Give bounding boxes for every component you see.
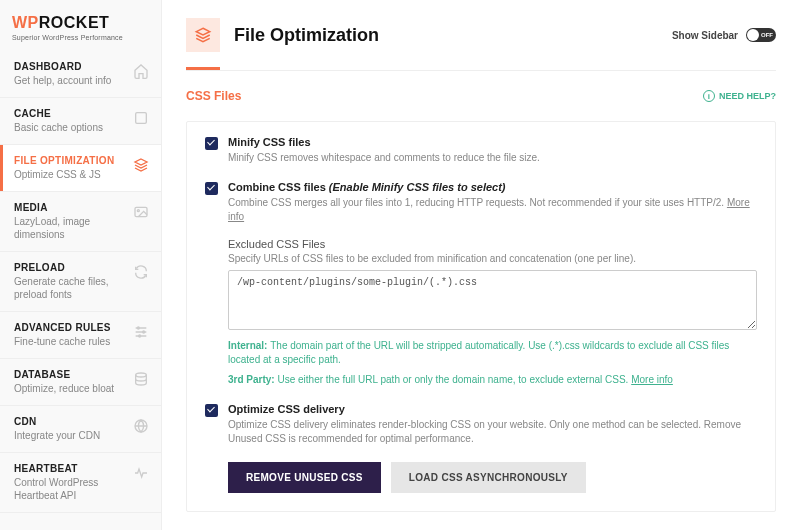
layers-icon xyxy=(133,110,149,126)
minify-title: Minify CSS files xyxy=(228,136,757,148)
svg-point-4 xyxy=(143,331,145,333)
nav-sub: Integrate your CDN xyxy=(14,429,127,442)
optimize-desc: Optimize CSS delivery eliminates render-… xyxy=(228,418,757,446)
page-title: File Optimization xyxy=(234,25,379,46)
combine-checkbox[interactable] xyxy=(205,182,218,195)
svg-point-6 xyxy=(136,373,147,377)
heartbeat-icon xyxy=(133,465,149,481)
optimize-title: Optimize CSS delivery xyxy=(228,403,757,415)
nav-title: CDN xyxy=(14,416,127,427)
svg-point-3 xyxy=(137,327,139,329)
globe-icon xyxy=(133,418,149,434)
toggle-off-label: OFF xyxy=(761,32,773,38)
need-help-link[interactable]: i NEED HELP? xyxy=(703,90,776,102)
excluded-block: Excluded CSS Files Specify URLs of CSS f… xyxy=(228,238,757,387)
minify-desc: Minify CSS removes whitespace and commen… xyxy=(228,151,757,165)
stack-icon xyxy=(133,157,149,173)
database-icon xyxy=(133,371,149,387)
section-title: CSS Files xyxy=(186,89,241,103)
nav-sub: Fine-tune cache rules xyxy=(14,335,127,348)
home-icon xyxy=(133,63,149,79)
combine-desc: Combine CSS merges all your files into 1… xyxy=(228,196,757,224)
options-panel: Minify CSS files Minify CSS removes whit… xyxy=(186,121,776,512)
svg-point-2 xyxy=(137,210,139,212)
svg-point-5 xyxy=(139,335,141,337)
combine-css-option: Combine CSS files (Enable Minify CSS fil… xyxy=(205,181,757,387)
third-more-info[interactable]: More info xyxy=(631,374,673,385)
show-sidebar-label: Show Sidebar xyxy=(672,30,738,41)
refresh-icon xyxy=(133,264,149,280)
nav-sub: LazyLoad, image dimensions xyxy=(14,215,127,241)
nav-title: DASHBOARD xyxy=(14,61,127,72)
nav-sub: Optimize, reduce bloat xyxy=(14,382,127,395)
logo-wp: WP xyxy=(12,14,39,31)
nav-title: ADVANCED RULES xyxy=(14,322,127,333)
toggle-switch[interactable]: OFF xyxy=(746,28,776,42)
svg-rect-0 xyxy=(136,113,147,124)
nav-title: HEARTBEAT xyxy=(14,463,127,474)
nav: DASHBOARDGet help, account info CACHEBas… xyxy=(0,51,161,513)
image-icon xyxy=(133,204,149,220)
show-sidebar-toggle[interactable]: Show Sidebar OFF xyxy=(672,28,776,42)
optimize-css-option: Optimize CSS delivery Optimize CSS deliv… xyxy=(205,403,757,493)
excluded-desc: Specify URLs of CSS files to be excluded… xyxy=(228,253,757,264)
optimize-checkbox[interactable] xyxy=(205,404,218,417)
nav-preload[interactable]: PRELOADGenerate cache files, preload fon… xyxy=(0,252,161,312)
nav-sub: Control WordPress Heartbeat API xyxy=(14,476,127,502)
load-css-async-button[interactable]: LOAD CSS ASYNCHRONOUSLY xyxy=(391,462,586,493)
css-files-section: CSS Files i NEED HELP? Minify CSS files … xyxy=(186,70,776,512)
nav-database[interactable]: DATABASEOptimize, reduce bloat xyxy=(0,359,161,406)
combine-title: Combine CSS files (Enable Minify CSS fil… xyxy=(228,181,757,193)
nav-title: PRELOAD xyxy=(14,262,127,273)
logo: WPROCKET Superior WordPress Performance xyxy=(0,0,161,51)
nav-sub: Optimize CSS & JS xyxy=(14,168,127,181)
help-icon: i xyxy=(703,90,715,102)
nav-cache[interactable]: CACHEBasic cache options xyxy=(0,98,161,145)
nav-sub: Generate cache files, preload fonts xyxy=(14,275,127,301)
nav-title: MEDIA xyxy=(14,202,127,213)
sliders-icon xyxy=(133,324,149,340)
sidebar: WPROCKET Superior WordPress Performance … xyxy=(0,0,162,530)
excluded-textarea[interactable] xyxy=(228,270,757,330)
nav-sub: Basic cache options xyxy=(14,121,127,134)
nav-title: DATABASE xyxy=(14,369,127,380)
nav-cdn[interactable]: CDNIntegrate your CDN xyxy=(0,406,161,453)
optimize-buttons: REMOVE UNUSED CSS LOAD CSS ASYNCHRONOUSL… xyxy=(228,462,757,493)
minify-css-option: Minify CSS files Minify CSS removes whit… xyxy=(205,136,757,165)
excluded-note-internal: Internal: The domain part of the URL wil… xyxy=(228,339,757,367)
nav-advanced-rules[interactable]: ADVANCED RULESFine-tune cache rules xyxy=(0,312,161,359)
logo-tagline: Superior WordPress Performance xyxy=(12,34,149,41)
need-help-label: NEED HELP? xyxy=(719,91,776,101)
nav-media[interactable]: MEDIALazyLoad, image dimensions xyxy=(0,192,161,252)
nav-file-optimization[interactable]: FILE OPTIMIZATIONOptimize CSS & JS xyxy=(0,145,161,192)
nav-title: CACHE xyxy=(14,108,127,119)
remove-unused-css-button[interactable]: REMOVE UNUSED CSS xyxy=(228,462,381,493)
nav-sub: Get help, account info xyxy=(14,74,127,87)
header: File Optimization Show Sidebar OFF xyxy=(186,18,776,70)
excluded-note-third: 3rd Party: Use either the full URL path … xyxy=(228,373,757,387)
logo-rocket: ROCKET xyxy=(39,14,110,31)
nav-heartbeat[interactable]: HEARTBEATControl WordPress Heartbeat API xyxy=(0,453,161,513)
header-stack-icon xyxy=(186,18,220,52)
combine-hint: (Enable Minify CSS files to select) xyxy=(329,181,506,193)
nav-dashboard[interactable]: DASHBOARDGet help, account info xyxy=(0,51,161,98)
main: File Optimization Show Sidebar OFF CSS F… xyxy=(162,0,800,530)
excluded-label: Excluded CSS Files xyxy=(228,238,757,250)
nav-title: FILE OPTIMIZATION xyxy=(14,155,127,166)
minify-checkbox[interactable] xyxy=(205,137,218,150)
